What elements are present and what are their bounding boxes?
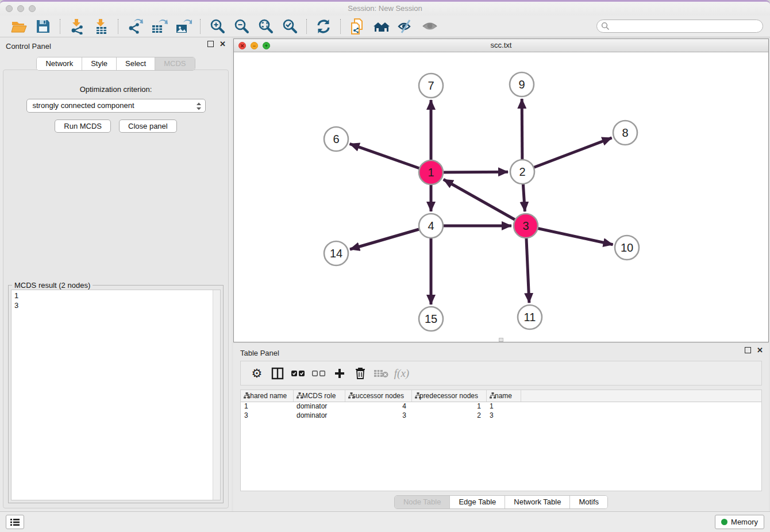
column-header-predecessor-nodes[interactable]: predecessor nodes <box>411 390 486 402</box>
show-hidden-icon[interactable] <box>420 18 440 35</box>
network-minimize-icon[interactable]: − <box>251 42 258 49</box>
zoom-fit-icon[interactable] <box>256 18 275 35</box>
network-close-icon[interactable]: ✕ <box>238 42 246 49</box>
status-bar: Memory <box>0 511 770 532</box>
column-label: shared name <box>247 392 287 400</box>
tab-select[interactable]: Select <box>117 57 155 70</box>
graph-node-11[interactable]: 11 <box>518 305 542 329</box>
tab-node-table[interactable]: Node Table <box>395 496 451 508</box>
tab-mcds[interactable]: MCDS <box>155 57 194 70</box>
criterion-dropdown[interactable]: strongly connected component <box>26 99 206 113</box>
graph-node-15[interactable]: 15 <box>419 307 443 331</box>
table-cell[interactable]: 1 <box>486 402 521 411</box>
table-cell[interactable]: 4 <box>345 402 411 411</box>
column-header-successor-nodes[interactable]: successor nodes <box>345 390 411 402</box>
control-panel-close-icon[interactable]: ✕ <box>220 41 226 47</box>
graph-node-4[interactable]: 4 <box>419 214 443 238</box>
delete-table-icon[interactable] <box>371 364 391 383</box>
control-panel-tab-group: NetworkStyleSelectMCDS <box>36 57 195 71</box>
window-minimize-button[interactable] <box>17 5 24 12</box>
graph-edge-3-10[interactable] <box>526 226 613 245</box>
table-cell[interactable]: 2 <box>411 411 486 420</box>
graph-node-8[interactable]: 8 <box>613 121 637 145</box>
select-all-rows-icon[interactable] <box>288 364 309 383</box>
control-panel-float-icon[interactable] <box>207 41 214 47</box>
control-panel: Control Panel ✕ NetworkStyleSelectMCDS O… <box>0 37 232 513</box>
graph-node-3[interactable]: 3 <box>514 214 538 238</box>
table-cell[interactable]: 3 <box>345 411 411 420</box>
search-field-wrap <box>596 20 763 33</box>
function-builder-icon[interactable]: f(x) <box>391 364 412 383</box>
clone-network-icon[interactable] <box>348 18 367 35</box>
table-panel-title: Table Panel <box>240 349 279 357</box>
run-mcds-button[interactable]: Run MCDS <box>55 119 111 133</box>
graph-node-1[interactable]: 1 <box>419 160 443 184</box>
table-cell[interactable]: dominator <box>293 402 345 411</box>
result-scrollbar[interactable] <box>213 290 220 500</box>
graph-node-14[interactable]: 14 <box>324 241 348 265</box>
svg-text:2: 2 <box>519 165 525 178</box>
graph-node-7[interactable]: 7 <box>419 74 443 98</box>
tab-style[interactable]: Style <box>82 57 117 70</box>
table-settings-gear-icon[interactable]: ⚙ <box>247 364 267 383</box>
export-table-icon[interactable] <box>149 18 169 35</box>
mcds-result-line: 1 <box>14 291 217 300</box>
export-network-icon[interactable] <box>125 18 145 35</box>
memory-button[interactable]: Memory <box>715 515 764 529</box>
table-cell[interactable]: 1 <box>411 402 486 411</box>
deselect-all-rows-icon[interactable] <box>309 364 329 383</box>
network-window-titlebar[interactable]: ✕ − + scc.txt <box>234 39 768 52</box>
table-cell[interactable]: dominator <box>293 411 345 420</box>
column-header-name[interactable]: name <box>486 390 521 402</box>
graph-node-10[interactable]: 10 <box>615 236 639 260</box>
svg-text:1: 1 <box>428 166 434 179</box>
network-canvas[interactable]: 1234678910111415 <box>234 52 768 342</box>
memory-label: Memory <box>731 518 758 526</box>
graph-node-2[interactable]: 2 <box>510 160 534 184</box>
table-panel-float-icon[interactable] <box>745 347 751 353</box>
window-zoom-button[interactable] <box>29 5 36 12</box>
column-label: successor nodes <box>352 392 404 400</box>
column-visibility-icon[interactable] <box>267 364 288 383</box>
open-session-icon[interactable] <box>9 18 29 35</box>
table-panel-close-icon[interactable]: ✕ <box>757 347 763 353</box>
column-header-MCDS-role[interactable]: MCDS role <box>293 390 345 402</box>
network-maximize-icon[interactable]: + <box>263 42 270 49</box>
import-network-icon[interactable] <box>67 18 87 35</box>
delete-column-icon[interactable] <box>350 364 371 383</box>
import-table-icon[interactable] <box>91 18 111 35</box>
column-tree-icon <box>244 392 250 399</box>
table-cell[interactable]: 3 <box>486 411 521 420</box>
table-row[interactable]: 3dominator323 <box>241 411 761 420</box>
table-cell[interactable]: 3 <box>241 411 293 420</box>
column-header-shared-name[interactable]: shared name <box>241 390 293 402</box>
network-window: ✕ − + scc.txt 1234678910111415 <box>233 38 769 342</box>
add-column-icon[interactable] <box>329 364 350 383</box>
zoom-selected-icon[interactable] <box>280 18 299 35</box>
window-close-button[interactable] <box>6 5 13 12</box>
zoom-out-icon[interactable] <box>232 18 251 35</box>
graph-edge-1-6[interactable] <box>350 144 431 172</box>
export-image-icon[interactable] <box>174 18 193 35</box>
save-session-icon[interactable] <box>33 18 53 35</box>
tab-network[interactable]: Network <box>37 57 82 70</box>
graph-edge-3-1[interactable] <box>444 179 526 226</box>
close-panel-button[interactable]: Close panel <box>119 119 177 133</box>
refresh-layout-icon[interactable] <box>314 18 333 35</box>
zoom-in-icon[interactable] <box>207 18 227 35</box>
hide-selected-icon[interactable] <box>396 18 415 35</box>
task-history-button[interactable] <box>6 515 24 529</box>
tab-network-table[interactable]: Network Table <box>505 496 570 508</box>
graph-node-6[interactable]: 6 <box>324 127 348 151</box>
network-resize-grip[interactable] <box>499 338 503 342</box>
graph-node-9[interactable]: 9 <box>510 72 534 97</box>
search-input[interactable] <box>596 20 763 33</box>
mcds-result-area[interactable]: 13 <box>11 290 221 500</box>
networks-overview-icon[interactable] <box>372 18 391 35</box>
tab-motifs[interactable]: Motifs <box>570 496 607 508</box>
table-row[interactable]: 1dominator411 <box>241 402 761 411</box>
tab-edge-table[interactable]: Edge Table <box>450 496 505 508</box>
table-cell[interactable]: 1 <box>241 402 293 411</box>
graph-edge-2-8[interactable] <box>522 138 612 172</box>
mcds-panel: Optimization criterion: strongly connect… <box>3 70 229 508</box>
